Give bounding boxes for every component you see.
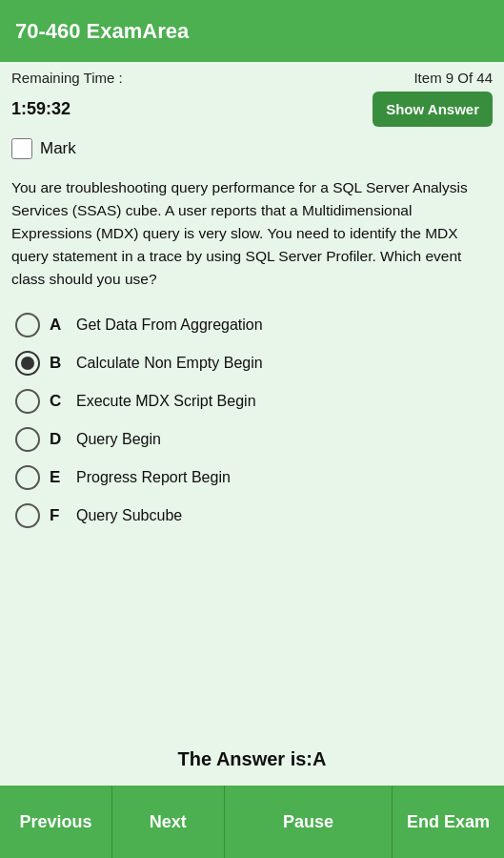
- mark-row: Mark: [0, 134, 504, 169]
- option-radio-c[interactable]: [15, 389, 40, 414]
- option-row-a[interactable]: AGet Data From Aggregation: [8, 306, 496, 344]
- option-letter-c: C: [50, 392, 71, 411]
- option-text-c: Execute MDX Script Begin: [76, 393, 256, 410]
- option-row-f[interactable]: FQuery Subcube: [8, 497, 496, 535]
- option-letter-e: E: [50, 468, 71, 487]
- option-row-c[interactable]: CExecute MDX Script Begin: [8, 382, 496, 420]
- option-letter-b: B: [50, 354, 71, 373]
- next-button[interactable]: Next: [112, 786, 225, 858]
- option-radio-b[interactable]: [15, 351, 40, 376]
- option-text-a: Get Data From Aggregation: [76, 317, 263, 334]
- pause-button[interactable]: Pause: [225, 786, 393, 858]
- show-answer-button[interactable]: Show Answer: [373, 92, 493, 127]
- option-radio-d[interactable]: [15, 427, 40, 452]
- mark-checkbox[interactable]: [11, 138, 32, 159]
- sub-header: Remaining Time : Item 9 Of 44: [0, 62, 504, 90]
- option-letter-f: F: [50, 506, 71, 525]
- item-counter: Item 9 Of 44: [413, 70, 493, 86]
- option-text-d: Query Begin: [76, 431, 161, 448]
- option-text-f: Query Subcube: [76, 507, 182, 524]
- option-radio-e[interactable]: [15, 465, 40, 490]
- option-row-b[interactable]: BCalculate Non Empty Begin: [8, 344, 496, 382]
- option-text-e: Progress Report Begin: [76, 469, 231, 486]
- timer-row: 1:59:32 Show Answer: [0, 90, 504, 134]
- option-radio-a[interactable]: [15, 313, 40, 337]
- remaining-time-label: Remaining Time :: [11, 70, 123, 86]
- option-row-d[interactable]: DQuery Begin: [8, 420, 496, 459]
- option-text-b: Calculate Non Empty Begin: [76, 355, 263, 372]
- option-row-e[interactable]: EProgress Report Begin: [8, 459, 496, 497]
- question-text: You are troubleshooting query performanc…: [0, 169, 504, 306]
- options-container: AGet Data From AggregationBCalculate Non…: [0, 306, 504, 720]
- bottom-bar: Previous Next Pause End Exam: [0, 786, 504, 858]
- app-title: 70-460 ExamArea: [15, 19, 189, 44]
- option-letter-d: D: [50, 430, 71, 449]
- option-radio-f[interactable]: [15, 503, 40, 528]
- answer-section: The Answer is:A: [0, 720, 504, 786]
- option-letter-a: A: [50, 316, 71, 335]
- previous-button[interactable]: Previous: [0, 786, 112, 858]
- mark-label[interactable]: Mark: [40, 139, 76, 158]
- timer-value: 1:59:32: [11, 99, 71, 119]
- answer-text: The Answer is:A: [178, 748, 327, 769]
- app-header: 70-460 ExamArea: [0, 0, 504, 62]
- end-exam-button[interactable]: End Exam: [393, 786, 504, 858]
